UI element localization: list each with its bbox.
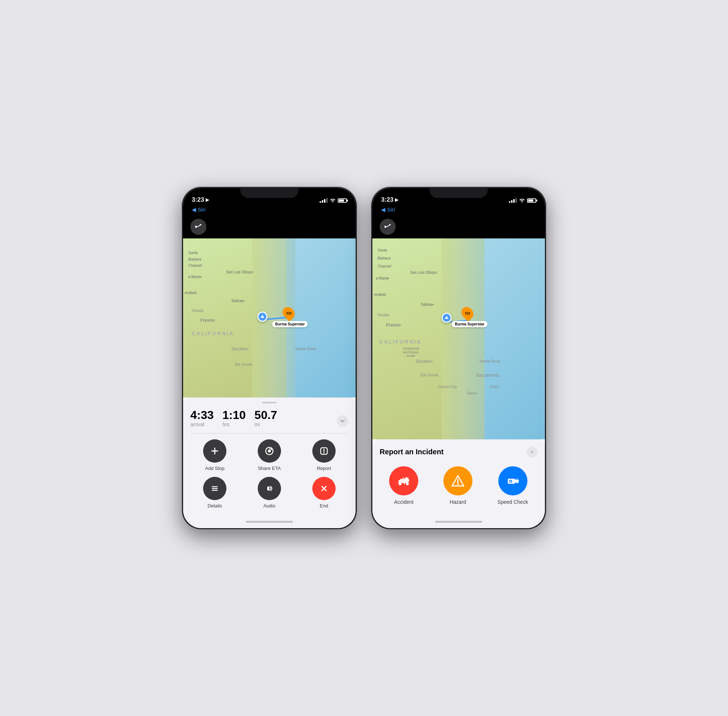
map-r-santa: Santa — [378, 248, 387, 252]
map-r-visalia: Visalia — [378, 312, 389, 317]
map-r-amaria: a Maria• — [376, 276, 389, 280]
destination-pin-right: 🍽 Burma Superstar — [462, 306, 473, 320]
status-time-left: 3:23 ▶ — [192, 196, 209, 203]
share-eta-button[interactable]: Share ETA — [245, 439, 294, 471]
siri-bar-right: ◀ Siri — [372, 206, 545, 216]
wifi-icon-right — [519, 198, 525, 203]
siri-bar-left: ◀ Siri — [183, 206, 356, 216]
phone-navigation: 3:23 ▶ — [182, 187, 357, 529]
map-left[interactable]: Santa Barbara Channel a Maria• San Luis … — [183, 238, 356, 397]
map-label-amaria: a Maria• — [188, 275, 202, 279]
arrival-value: 4:33 — [190, 409, 214, 421]
map-label-barbara: Barbara — [188, 257, 201, 261]
notch-left — [240, 187, 299, 198]
speed-check-button[interactable]: Speed Check — [497, 466, 528, 505]
details-button[interactable]: Details — [190, 477, 239, 508]
panel-handle-left — [262, 402, 277, 404]
duration-label: hrs — [222, 422, 246, 427]
map-r-carson: Carson City — [438, 385, 457, 389]
report-panel: Report an Incident × — [372, 439, 545, 516]
speed-check-icon — [498, 466, 528, 495]
status-icons-right — [509, 198, 536, 203]
svg-point-23 — [406, 482, 409, 485]
add-stop-label: Add Stop — [205, 466, 224, 471]
home-indicator-right — [372, 516, 545, 528]
map-label-stockton: Stockton — [232, 347, 249, 352]
map-r-stockton: Stockton — [416, 359, 433, 364]
distance-label: mi — [255, 422, 277, 427]
svg-marker-16 — [267, 486, 269, 491]
map-r-chico: Chico — [490, 385, 499, 389]
map-r-ers: ersfield — [374, 293, 386, 297]
phone-incident: 3:23 ▶ — [371, 187, 546, 529]
distance-value: 50.7 — [255, 409, 277, 421]
report-label: Report — [317, 466, 331, 471]
map-r-reno: Reno — [467, 391, 477, 395]
map-label-santa-barbara: Santa — [188, 251, 198, 255]
map-label-ers: ersfield — [185, 291, 197, 295]
map-r-fresno: Fresno — [386, 323, 401, 328]
status-time-right: 3:23 ▶ — [381, 196, 398, 203]
accident-button[interactable]: Accident — [389, 466, 418, 505]
destination-label-right: Burma Superstar — [452, 321, 487, 327]
map-label-fresno: Fresno — [200, 318, 215, 323]
svg-point-22 — [399, 482, 402, 485]
hazard-icon — [443, 466, 472, 495]
share-eta-label: Share ETA — [258, 466, 281, 471]
accident-label: Accident — [394, 499, 414, 505]
report-button[interactable]: Report — [300, 439, 348, 471]
map-label-slo: San Luis Obispo — [226, 270, 253, 274]
map-label-california: CALIFORNIA — [192, 331, 234, 336]
map-r-channel: Channel — [378, 264, 391, 268]
report-title: Report an Incident — [380, 448, 444, 456]
speed-check-label: Speed Check — [497, 499, 528, 505]
svg-point-12 — [324, 452, 325, 453]
map-r-santa-rosa: Santa Rosa — [479, 359, 500, 363]
location-arrow-right: ▶ — [395, 197, 398, 202]
report-header: Report an Incident × — [380, 447, 538, 458]
route-icon-right[interactable] — [380, 219, 396, 235]
svg-point-6 — [268, 449, 271, 452]
map-r-elk-grove: Elk Grove — [421, 373, 438, 377]
map-label-visalia: Visalia — [192, 308, 203, 312]
close-report-button[interactable]: × — [527, 447, 538, 458]
action-buttons-grid: Add Stop Shar — [190, 439, 348, 508]
phones-container: 3:23 ▶ — [182, 187, 546, 529]
siri-back-left[interactable]: ◀ Siri — [192, 206, 206, 212]
audio-label: Audio — [263, 503, 275, 508]
wifi-icon-left — [330, 198, 335, 203]
nav-bar-right — [372, 216, 545, 238]
hazard-button[interactable]: Hazard — [443, 466, 472, 505]
map-right[interactable]: Santa Barbara Channel a Maria• San Luis … — [372, 238, 545, 439]
map-r-sacramento: Sacramento — [476, 373, 499, 378]
home-indicator-left — [183, 516, 356, 528]
expand-button[interactable] — [337, 415, 348, 427]
arrival-stat: 4:33 arrival — [190, 409, 214, 427]
details-label: Details — [208, 503, 222, 508]
route-icon-left[interactable] — [190, 219, 206, 235]
signal-bars-left — [320, 198, 328, 203]
notch-right — [429, 187, 488, 198]
audio-button[interactable]: Audio — [245, 477, 294, 508]
add-stop-button[interactable]: Add Stop — [190, 439, 239, 471]
nav-bar-left — [183, 216, 356, 238]
accident-icon — [389, 466, 418, 495]
incident-buttons: Accident Hazard — [380, 466, 538, 505]
svg-point-29 — [510, 481, 511, 482]
map-r-slo: San Luis Obispo — [410, 270, 437, 275]
map-label-channel: Channel — [188, 264, 202, 267]
siri-back-right[interactable]: ◀ Siri — [381, 206, 395, 212]
map-r-salinas: Salinas• — [421, 302, 434, 306]
map-r-yosemite: YOSEMITENATIONALPARK — [398, 347, 424, 358]
destination-pin: 🍽 Burma Superstar — [283, 306, 294, 320]
map-r-barbara: Barbara — [378, 256, 391, 260]
end-button[interactable]: End — [300, 477, 348, 508]
map-r-california: CALIFORNIA — [379, 339, 422, 345]
distance-stat: 50.7 mi — [255, 409, 277, 427]
battery-icon-left — [338, 199, 347, 203]
map-label-salinas: Salinas• — [232, 299, 244, 303]
bottom-panel-left: 4:33 arrival 1:10 hrs 50.7 mi — [183, 397, 356, 516]
current-location-pin — [257, 312, 267, 322]
status-icons-left — [320, 198, 347, 203]
destination-label-left: Burma Superstar — [272, 321, 308, 327]
